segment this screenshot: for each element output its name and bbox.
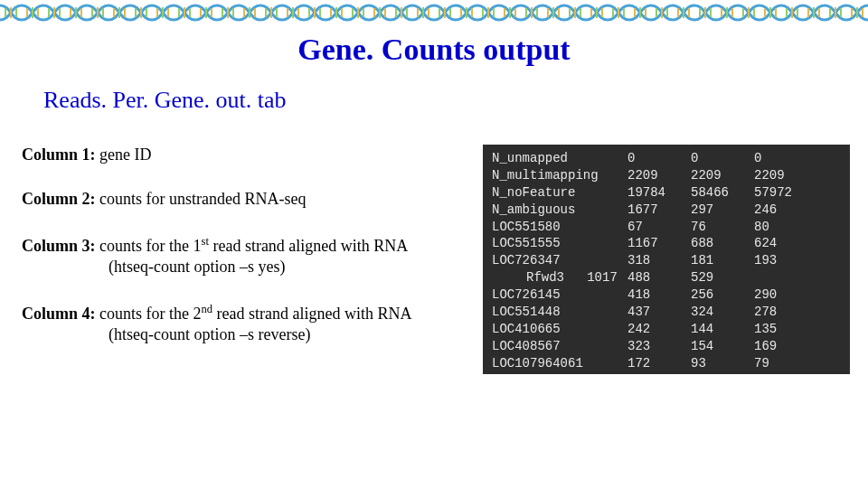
col-def-3: Column 3: counts for the 1st read strand… [22,234,474,278]
col-desc: counts for unstranded RNA-seq [99,190,306,208]
page-title: Gene. Counts output [0,33,868,67]
sup: nd [202,303,213,315]
dna-helix-icon [87,0,130,25]
terminal-row: LOC726145418256290 [492,286,841,304]
terminal-row: LOC5515551167688624 [492,235,841,252]
dna-helix-icon [521,0,564,25]
subtitle: Reads. Per. Gene. out. tab [43,87,868,114]
dna-helix-icon [304,0,347,25]
terminal-row: LOC1079640611729379 [492,355,841,372]
dna-helix-icon [174,0,217,25]
sup: st [202,235,209,248]
dna-helix-icon [434,0,477,25]
terminal-row: N_ambiguous1677297246 [492,202,841,219]
dna-helix-icon [564,0,608,25]
dna-helix-icon [391,0,434,25]
terminal-row: LOC551580677680 [492,219,841,236]
dna-border [0,0,868,25]
col-desc: counts for the 1 [99,237,201,255]
terminal-row: LOC410665242144135 [492,321,841,338]
terminal-row: LOC551448437324278 [492,304,841,321]
terminal-row: N_noFeature197845846657972 [492,184,841,202]
terminal-output: N_unmapped000N_multimapping220922092209N… [483,145,850,374]
dna-helix-icon [43,0,87,25]
col-def-2: Column 2: counts for unstranded RNA-seq [22,189,474,210]
dna-helix-icon [260,0,304,25]
col-sub: (htseq-count option –s yes) [108,257,474,277]
col-label: Column 1: [22,145,96,164]
dna-helix-icon [651,0,694,25]
col-sub: (htseq-count option –s reverse) [108,324,474,345]
col-desc2: read strand aligned with RNA [212,305,411,323]
col-desc: counts for the 2 [99,305,201,323]
col-desc2: read strand aligned with RNA [209,237,408,255]
terminal-row: Rfwd3 1017488529 [492,269,841,286]
dna-helix-icon [477,0,521,25]
col-label: Column 3: [22,237,96,255]
dna-helix-icon [694,0,738,25]
col-def-1: Column 1: gene ID [22,145,474,165]
terminal-row: N_unmapped000 [492,150,841,167]
terminal-row: LOC408567323154169 [492,338,841,355]
dna-helix-icon [781,0,825,25]
dna-helix-icon [130,0,174,25]
dna-helix-icon [738,0,781,25]
column-definitions: Column 1: gene ID Column 2: counts for u… [22,145,474,374]
dna-helix-icon [217,0,260,25]
dna-helix-icon [825,0,868,25]
terminal-row: LOC726347318181193 [492,252,841,269]
dna-helix-icon [347,0,391,25]
col-desc: gene ID [99,145,151,164]
col-label: Column 2: [22,190,96,208]
dna-helix-icon [608,0,651,25]
col-def-4: Column 4: counts for the 2nd read strand… [22,302,474,346]
terminal-row: N_multimapping220922092209 [492,167,841,184]
col-label: Column 4: [22,305,96,323]
dna-helix-icon [0,0,43,25]
